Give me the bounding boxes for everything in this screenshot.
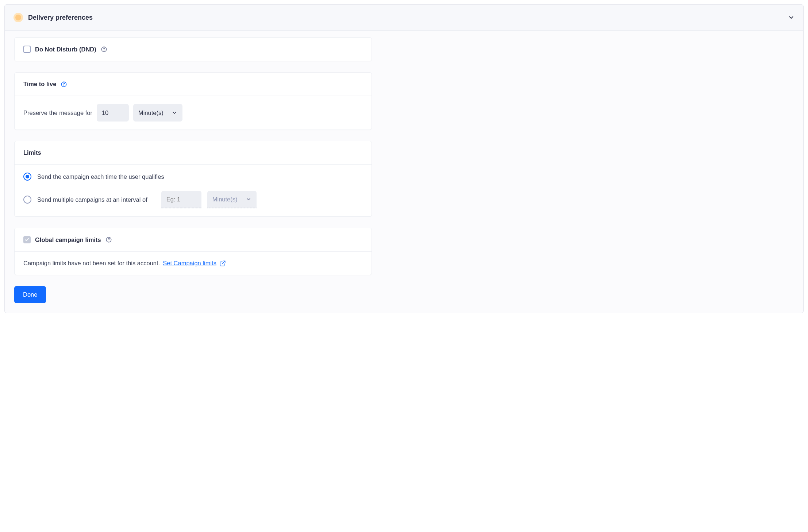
set-campaign-limits-text: Set Campaign limits — [163, 260, 216, 267]
limit-option-interval-label: Send multiple campaigns at an interval o… — [37, 196, 147, 203]
set-campaign-limits-link[interactable]: Set Campaign limits — [163, 260, 226, 267]
help-icon[interactable] — [105, 236, 112, 243]
ttl-unit-select[interactable]: Minute(s) — [133, 104, 182, 122]
interval-unit-value: Minute(s) — [212, 196, 238, 203]
global-limits-message: Campaign limits have not been set for th… — [23, 260, 160, 267]
help-icon[interactable] — [101, 46, 107, 53]
global-limits-label: Global campaign limits — [35, 236, 101, 243]
ttl-preserve-label: Preserve the message for — [23, 109, 92, 116]
svg-line-6 — [222, 261, 225, 264]
interval-unit-select[interactable]: Minute(s) — [207, 191, 257, 208]
limit-option-each-time-label: Send the campaign each time the user qua… — [37, 173, 164, 180]
panel-title: Delivery preferences — [28, 14, 788, 22]
status-orb-icon — [14, 13, 23, 22]
delivery-preferences-panel: Delivery preferences Do Not Disturb (DND… — [4, 4, 804, 313]
limit-option-interval-radio[interactable] — [23, 196, 31, 204]
panel-header[interactable]: Delivery preferences — [5, 5, 803, 31]
external-link-icon — [219, 260, 226, 267]
help-icon[interactable] — [61, 81, 67, 88]
limit-option-each-time-radio[interactable] — [23, 173, 31, 181]
ttl-value-input[interactable] — [97, 104, 129, 122]
dnd-checkbox[interactable] — [23, 46, 31, 53]
limits-card: Limits Send the campaign each time the u… — [14, 141, 372, 217]
global-limits-checkbox[interactable] — [23, 236, 31, 243]
ttl-unit-value: Minute(s) — [138, 109, 163, 116]
ttl-card: Time to live Preserve the message for Mi… — [14, 72, 372, 130]
limits-title: Limits — [23, 149, 41, 156]
dnd-label: Do Not Disturb (DND) — [35, 46, 96, 53]
panel-body: Do Not Disturb (DND) Time to live Preser… — [5, 31, 803, 313]
chevron-down-icon — [172, 110, 177, 116]
interval-value-input[interactable] — [161, 191, 201, 208]
ttl-title: Time to live — [23, 81, 56, 88]
chevron-down-icon — [246, 196, 251, 202]
dnd-card: Do Not Disturb (DND) — [14, 37, 372, 61]
global-limits-card: Global campaign limits Campaign limits h… — [14, 228, 372, 275]
chevron-down-icon — [788, 14, 794, 21]
done-button[interactable]: Done — [14, 286, 46, 303]
